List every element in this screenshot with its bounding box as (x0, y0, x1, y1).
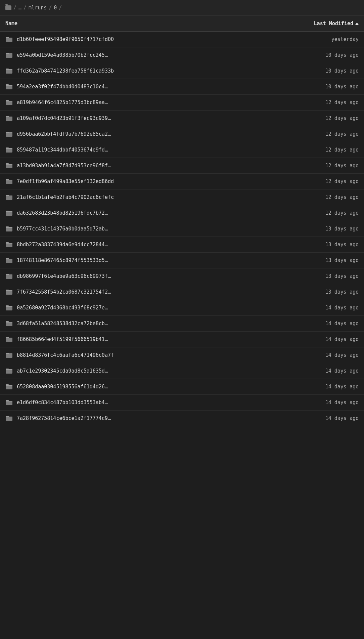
row-name-cell: f86685b664ed4f5199f5666519b41… (0, 332, 290, 347)
breadcrumb-mlruns[interactable]: mlruns (29, 5, 47, 11)
row-name-cell: a109af0d7dc04d23b91f3fec93c939… (0, 111, 290, 126)
row-name-cell: b8814d8376fc4c6aafa6c471496c0a7f (0, 347, 290, 363)
row-modified-cell: 12 days ago (290, 158, 364, 173)
column-modified-header[interactable]: Last Modified (290, 16, 364, 31)
row-name-cell: 652808daa03045198556af61d4d26… (0, 379, 290, 394)
table-row[interactable]: 3d68fa51a58248538d32ca72be8cb… 14 days a… (0, 316, 364, 332)
row-name-cell: 8bdb272a3837439da6e9d4cc72844… (0, 237, 290, 252)
folder-icon (5, 352, 13, 358)
table-row[interactable]: ab7c1e29302345cda9ad8c5a1635d… 14 days a… (0, 363, 364, 379)
row-filename: 7a28f96275814ce6bce1a2f17774c9… (17, 415, 111, 421)
row-filename: 7e0df1fb96af499a83e55ef132ed86dd (17, 178, 114, 184)
row-modified-cell: 12 days ago (290, 126, 364, 142)
table-row[interactable]: 0a52680a927d4368bc493f68c927e… 14 days a… (0, 300, 364, 316)
row-modified-cell: 14 days ago (290, 411, 364, 426)
row-name-cell: 3d68fa51a58248538d32ca72be8cb… (0, 316, 290, 331)
row-name-cell: 18748118e867465c8974f553533d5… (0, 253, 290, 268)
breadcrumb-0[interactable]: 0 (54, 5, 57, 11)
table-row[interactable]: 18748118e867465c8974f553533d5… 13 days a… (0, 253, 364, 268)
row-filename: ab7c1e29302345cda9ad8c5a1635d… (17, 368, 108, 374)
table-row[interactable]: f86685b664ed4f5199f5666519b41… 14 days a… (0, 332, 364, 347)
table-row[interactable]: b8814d8376fc4c6aafa6c471496c0a7f 14 days… (0, 347, 364, 363)
table-row[interactable]: b5977cc431c14376a0b0daa5d72ab… 13 days a… (0, 221, 364, 237)
table-row[interactable]: db986997f61e4abe9a63c96c69973f… 13 days … (0, 268, 364, 284)
breadcrumb-separator-3: / (49, 5, 52, 11)
folder-icon (5, 210, 13, 216)
row-modified-cell: 14 days ago (290, 379, 364, 394)
row-name-cell: e594a0bd159e4a0385b70b2fcc245… (0, 47, 290, 63)
row-name-cell: 7a28f96275814ce6bce1a2f17774c9… (0, 411, 290, 426)
row-filename: da632683d23b48bd825196fdc7b72… (17, 210, 108, 216)
folder-icon (5, 84, 13, 90)
table-row[interactable]: a13bd03ab91a4a7f847d953ce96f8f… 12 days … (0, 158, 364, 174)
row-modified-cell: 13 days ago (290, 284, 364, 300)
modified-header-label: Last Modified (314, 20, 353, 27)
table-row[interactable]: d956baa62bbf4fdf9a7b7692e85ca2… 12 days … (0, 126, 364, 142)
row-filename: a109af0d7dc04d23b91f3fec93c939… (17, 115, 111, 121)
table-row[interactable]: 652808daa03045198556af61d4d26… 14 days a… (0, 379, 364, 395)
row-modified-cell: 10 days ago (290, 63, 364, 79)
folder-icon (5, 99, 13, 105)
table-row[interactable]: 7f67342558f54b2ca0687c321754f2… 13 days … (0, 284, 364, 300)
row-filename: 21af6c1b1afe4b2fab4c7902ac6cfefc (17, 194, 114, 200)
row-name-cell: 859487a119c344dbbf4053674e9fd… (0, 142, 290, 158)
row-modified-cell: 14 days ago (290, 316, 364, 331)
breadcrumb-separator-4: / (59, 5, 62, 11)
folder-icon (5, 163, 13, 169)
table-row[interactable]: d1b60feeef95498e9f9650f4717cfd00 yesterd… (0, 32, 364, 47)
table-row[interactable]: ffd362a7b84741238fea758f61ca933b 10 days… (0, 63, 364, 79)
row-filename: f86685b664ed4f5199f5666519b41… (17, 336, 108, 342)
row-name-cell: b5977cc431c14376a0b0daa5d72ab… (0, 221, 290, 237)
folder-icon (5, 336, 13, 342)
row-modified-cell: 13 days ago (290, 268, 364, 284)
row-filename: 18748118e867465c8974f553533d5… (17, 257, 108, 263)
row-filename: 0a52680a927d4368bc493f68c927e… (17, 305, 108, 311)
folder-icon (5, 257, 13, 263)
row-filename: d1b60feeef95498e9f9650f4717cfd00 (17, 36, 114, 42)
table-row[interactable]: 859487a119c344dbbf4053674e9fd… 12 days a… (0, 142, 364, 158)
table-row[interactable]: 594a2ea3f02f474bb40d0483c10c4… 10 days a… (0, 79, 364, 95)
table-row[interactable]: 7a28f96275814ce6bce1a2f17774c9… 14 days … (0, 411, 364, 426)
row-filename: 859487a119c344dbbf4053674e9fd… (17, 147, 108, 153)
row-name-cell: db986997f61e4abe9a63c96c69973f… (0, 268, 290, 284)
row-filename: 7f67342558f54b2ca0687c321754f2… (17, 289, 111, 295)
table-row[interactable]: e594a0bd159e4a0385b70b2fcc245… 10 days a… (0, 47, 364, 63)
row-filename: 652808daa03045198556af61d4d26… (17, 384, 108, 390)
table-row[interactable]: e1d6df0c834c487bb103dd3553ab4… 14 days a… (0, 395, 364, 411)
folder-icon (5, 289, 13, 295)
row-modified-cell: 14 days ago (290, 363, 364, 379)
row-filename: 594a2ea3f02f474bb40d0483c10c4… (17, 84, 108, 90)
folder-icon (5, 178, 13, 184)
row-modified-cell: 14 days ago (290, 395, 364, 410)
row-name-cell: ab7c1e29302345cda9ad8c5a1635d… (0, 363, 290, 379)
row-filename: b5977cc431c14376a0b0daa5d72ab… (17, 226, 108, 232)
row-modified-cell: 13 days ago (290, 221, 364, 237)
row-name-cell: 594a2ea3f02f474bb40d0483c10c4… (0, 79, 290, 94)
table-row[interactable]: da632683d23b48bd825196fdc7b72… 12 days a… (0, 205, 364, 221)
row-modified-cell: 14 days ago (290, 332, 364, 347)
table-row[interactable]: a819b9464f6c4825b1775d3bc89aa… 12 days a… (0, 95, 364, 111)
table-row[interactable]: 21af6c1b1afe4b2fab4c7902ac6cfefc 12 days… (0, 189, 364, 205)
breadcrumb-ellipsis[interactable]: … (18, 5, 21, 11)
row-name-cell: a13bd03ab91a4a7f847d953ce96f8f… (0, 158, 290, 173)
folder-icon (5, 194, 13, 200)
row-name-cell: e1d6df0c834c487bb103dd3553ab4… (0, 395, 290, 410)
table-row[interactable]: 7e0df1fb96af499a83e55ef132ed86dd 12 days… (0, 174, 364, 189)
breadcrumb-bar: / … / mlruns / 0 / (0, 0, 364, 16)
table-row[interactable]: 8bdb272a3837439da6e9d4cc72844… 13 days a… (0, 237, 364, 253)
folder-icon (5, 242, 13, 248)
row-name-cell: d1b60feeef95498e9f9650f4717cfd00 (0, 32, 290, 47)
folder-icon (5, 321, 13, 327)
row-filename: e1d6df0c834c487bb103dd3553ab4… (17, 399, 108, 406)
breadcrumb-folder-icon[interactable] (5, 5, 11, 10)
row-name-cell: 0a52680a927d4368bc493f68c927e… (0, 300, 290, 315)
file-table: d1b60feeef95498e9f9650f4717cfd00 yesterd… (0, 32, 364, 426)
row-filename: 3d68fa51a58248538d32ca72be8cb… (17, 321, 108, 327)
row-name-cell: a819b9464f6c4825b1775d3bc89aa… (0, 95, 290, 110)
row-filename: d956baa62bbf4fdf9a7b7692e85ca2… (17, 131, 111, 137)
row-modified-cell: 10 days ago (290, 47, 364, 63)
row-filename: b8814d8376fc4c6aafa6c471496c0a7f (17, 352, 114, 358)
folder-icon (5, 68, 13, 74)
folder-icon (5, 384, 13, 390)
table-row[interactable]: a109af0d7dc04d23b91f3fec93c939… 12 days … (0, 111, 364, 126)
